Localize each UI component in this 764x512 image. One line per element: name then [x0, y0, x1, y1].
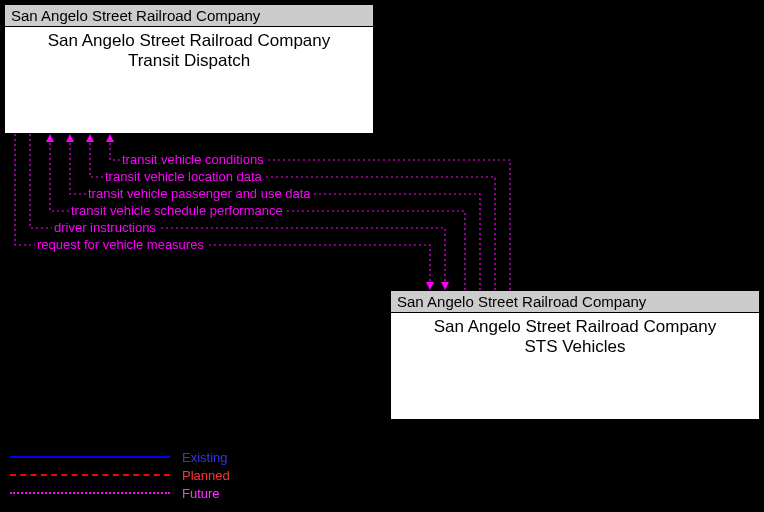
- node-title-top: San Angelo Street Railroad Company Trans…: [5, 27, 373, 72]
- legend-line-existing: [10, 456, 170, 458]
- node-title-bottom: San Angelo Street Railroad Company STS V…: [391, 313, 759, 358]
- legend-label-existing: Existing: [182, 450, 228, 465]
- legend-row-future: Future: [10, 484, 230, 502]
- svg-marker-5: [426, 282, 434, 290]
- svg-marker-0: [106, 134, 114, 142]
- svg-marker-2: [66, 134, 74, 142]
- legend-row-existing: Existing: [10, 448, 230, 466]
- svg-marker-1: [86, 134, 94, 142]
- node-title-bottom-line1: San Angelo Street Railroad Company: [434, 317, 717, 336]
- node-header-top: San Angelo Street Railroad Company: [5, 5, 373, 27]
- flow-label-location: transit vehicle location data: [103, 169, 264, 184]
- legend-row-planned: Planned: [10, 466, 230, 484]
- node-title-top-line1: San Angelo Street Railroad Company: [48, 31, 331, 50]
- legend-label-planned: Planned: [182, 468, 230, 483]
- flow-label-driver: driver instructions: [52, 220, 158, 235]
- flow-label-conditions: transit vehicle conditions: [120, 152, 266, 167]
- node-title-top-line2: Transit Dispatch: [128, 51, 250, 70]
- legend-label-future: Future: [182, 486, 220, 501]
- flow-label-request: request for vehicle measures: [35, 237, 206, 252]
- legend: Existing Planned Future: [10, 448, 230, 502]
- node-sts-vehicles: San Angelo Street Railroad Company San A…: [390, 290, 760, 420]
- svg-marker-4: [441, 282, 449, 290]
- node-header-bottom: San Angelo Street Railroad Company: [391, 291, 759, 313]
- svg-marker-3: [46, 134, 54, 142]
- legend-line-future: [10, 492, 170, 494]
- legend-line-planned: [10, 474, 170, 476]
- node-transit-dispatch: San Angelo Street Railroad Company San A…: [4, 4, 374, 134]
- flow-label-schedule: transit vehicle schedule performance: [69, 203, 285, 218]
- node-title-bottom-line2: STS Vehicles: [524, 337, 625, 356]
- flow-label-passenger: transit vehicle passenger and use data: [86, 186, 313, 201]
